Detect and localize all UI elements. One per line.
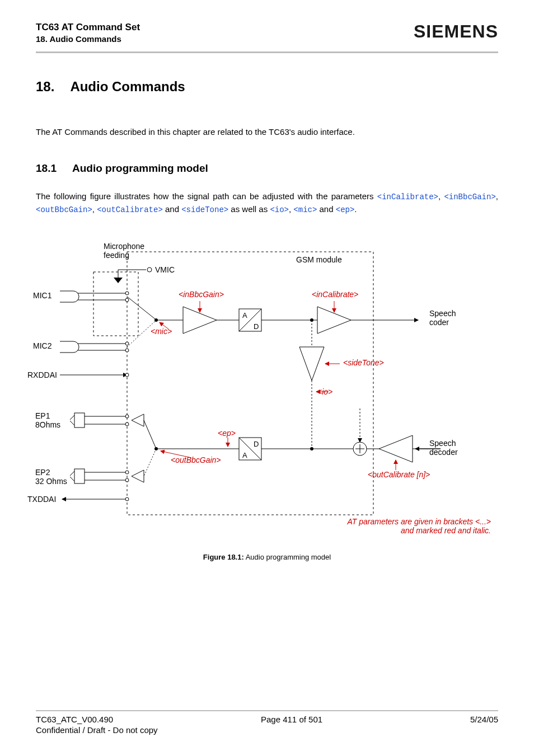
header-divider: [36, 51, 498, 53]
label-inBbcGain: <inBbcGain>: [179, 290, 224, 299]
heading-2: 18.1 Audio programming model: [36, 162, 498, 175]
svg-rect-45: [74, 469, 85, 483]
svg-rect-38: [74, 413, 85, 428]
param-sideTone[interactable]: <sideTone>: [181, 205, 228, 214]
label-sideTone: <sideTone>: [343, 358, 384, 367]
label-gsm-module: GSM module: [296, 255, 342, 264]
param-outCalibrate[interactable]: <outCalibrate>: [97, 205, 163, 214]
svg-point-71: [310, 447, 313, 450]
param-mic[interactable]: <mic>: [293, 205, 317, 214]
label-ep1: EP1 8Ohms: [35, 411, 60, 429]
doc-title: TC63 AT Command Set: [36, 21, 140, 34]
svg-marker-54: [132, 414, 144, 426]
label-ep2: EP2 32 Ohms: [35, 468, 67, 486]
svg-line-46: [70, 471, 74, 476]
label-ep: <ep>: [218, 429, 236, 438]
svg-point-8: [125, 292, 129, 295]
svg-line-47: [70, 477, 74, 481]
heading-2-number: 18.1: [36, 162, 57, 175]
svg-point-51: [125, 478, 129, 482]
svg-marker-5: [114, 278, 123, 283]
page-footer: TC63_ATC_V00.490 Page 411 of 501 5/24/05…: [36, 710, 498, 735]
svg-marker-55: [132, 470, 144, 482]
param-inCalibrate[interactable]: <inCalibrate>: [377, 192, 438, 201]
svg-marker-31: [299, 347, 324, 381]
footer-version: TC63_ATC_V00.490: [36, 715, 113, 724]
svg-point-44: [125, 422, 129, 426]
figure-caption-label: Figure 18.1:: [203, 553, 244, 561]
svg-rect-1: [93, 272, 138, 336]
figure-caption-text: Audio programming model: [244, 553, 331, 561]
heading-1-number: 18.: [36, 79, 54, 95]
svg-marker-73: [379, 435, 413, 462]
label-microphone-feeding: Microphone feeding: [104, 242, 144, 260]
label-mic2: MIC2: [33, 341, 51, 350]
svg-text:D: D: [254, 322, 259, 331]
svg-point-53: [125, 497, 129, 501]
label-outBbcGain: <outBbcGain>: [171, 456, 221, 464]
footer-confidential: Confidential / Draft - Do not copy: [36, 725, 498, 735]
brand-logo: SIEMENS: [414, 21, 498, 42]
svg-point-37: [125, 373, 129, 377]
svg-line-40: [70, 421, 74, 425]
intro-paragraph: The AT Commands described in this chapte…: [36, 126, 498, 138]
param-ep[interactable]: <ep>: [336, 205, 355, 214]
svg-point-2: [147, 267, 152, 272]
heading-1: 18. Audio Commands: [36, 79, 498, 95]
svg-line-57: [144, 420, 156, 449]
param-outBbcGain[interactable]: <outBbcGain>: [36, 205, 92, 214]
heading-1-text: Audio Commands: [70, 79, 185, 95]
label-txddai: TXDDAI: [27, 495, 56, 504]
svg-point-12: [125, 342, 129, 345]
para-text: The following figure illustrates how the…: [36, 191, 377, 201]
svg-point-13: [125, 349, 129, 352]
label-speech-decoder: Speech decoder: [429, 439, 458, 457]
figure-caption: Figure 18.1: Audio programming model: [36, 553, 498, 561]
svg-marker-78: [415, 447, 419, 451]
diagram-svg: A D: [49, 246, 485, 543]
label-inCalibrate: <inCalibrate>: [312, 290, 358, 299]
footer-date: 5/24/05: [470, 715, 498, 724]
label-vmic: VMIC: [155, 265, 175, 274]
footer-page: Page 411 of 501: [261, 715, 322, 724]
header-left: TC63 AT Command Set 18. Audio Commands: [36, 21, 140, 45]
label-rxddai: RXDDAI: [27, 370, 57, 379]
footer-divider: [36, 710, 498, 711]
svg-line-14: [127, 297, 155, 319]
svg-point-9: [125, 298, 129, 302]
svg-text:A: A: [242, 451, 247, 459]
svg-text:A: A: [242, 311, 247, 320]
doc-section: 18. Audio Commands: [36, 34, 140, 45]
param-inBbcGain[interactable]: <inBbcGain>: [444, 192, 495, 201]
label-io: <io>: [317, 387, 332, 396]
label-note: AT parameters are given in brackets <...…: [347, 517, 491, 535]
param-io[interactable]: <io>: [270, 205, 289, 214]
svg-line-58: [144, 449, 156, 476]
label-speech-coder: Speech coder: [429, 309, 456, 327]
label-outCalibrate: <outCalibrate [n]>: [368, 470, 430, 479]
body-paragraph: The following figure illustrates how the…: [36, 190, 498, 216]
svg-point-43: [125, 415, 129, 418]
figure-diagram: A D: [49, 246, 485, 543]
label-mic: <mic>: [151, 327, 172, 336]
svg-point-50: [125, 471, 129, 474]
figure-container: A D: [36, 246, 498, 543]
svg-line-39: [70, 415, 74, 420]
svg-text:D: D: [254, 440, 259, 448]
label-mic1: MIC1: [33, 291, 51, 300]
heading-2-text: Audio programming model: [72, 162, 208, 175]
page-header: TC63 AT Command Set 18. Audio Commands S…: [36, 21, 498, 45]
